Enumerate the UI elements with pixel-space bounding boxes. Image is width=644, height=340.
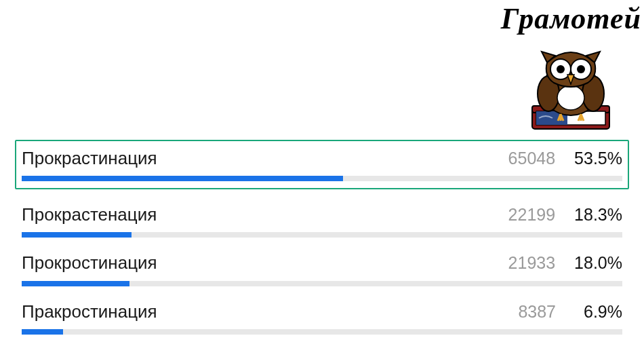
progress-bar	[22, 232, 622, 238]
answer-option[interactable]: Прокрастенация 22199 18.3%	[15, 196, 629, 238]
answer-percent: 53.5%	[574, 148, 622, 168]
progress-bar	[22, 176, 622, 181]
progress-bar	[22, 329, 622, 335]
answer-label: Пракростинация	[22, 301, 500, 322]
progress-bar-fill	[22, 232, 132, 238]
svg-point-10	[557, 65, 565, 73]
brand-title: Грамотей	[501, 4, 641, 34]
answer-count: 8387	[508, 301, 556, 322]
answer-option[interactable]: Прокростинация 21933 18.0%	[15, 244, 629, 286]
answer-percent: 18.3%	[574, 204, 622, 225]
progress-bar-fill	[22, 329, 63, 335]
answer-count: 65048	[508, 148, 555, 168]
answer-label: Прокрастинация	[22, 148, 500, 169]
progress-bar	[22, 281, 622, 286]
answer-list: Прокрастинация 65048 53.5% Прокрастенаци…	[15, 140, 629, 340]
answer-count: 21933	[508, 252, 555, 273]
answer-option[interactable]: Пракростинация 8387 6.9%	[15, 293, 629, 335]
svg-point-11	[577, 65, 585, 73]
answer-label: Прокростинация	[22, 252, 500, 273]
answer-percent: 6.9%	[575, 301, 622, 322]
answer-count: 22199	[508, 204, 555, 225]
progress-bar-fill	[22, 176, 343, 181]
owl-on-book-icon	[520, 35, 622, 134]
answer-percent: 18.0%	[574, 252, 622, 273]
svg-point-7	[557, 86, 584, 110]
answer-option[interactable]: Прокрастинация 65048 53.5%	[15, 140, 629, 189]
answer-label: Прокрастенация	[22, 204, 500, 225]
brand: Грамотей	[501, 0, 641, 134]
progress-bar-fill	[22, 281, 129, 286]
